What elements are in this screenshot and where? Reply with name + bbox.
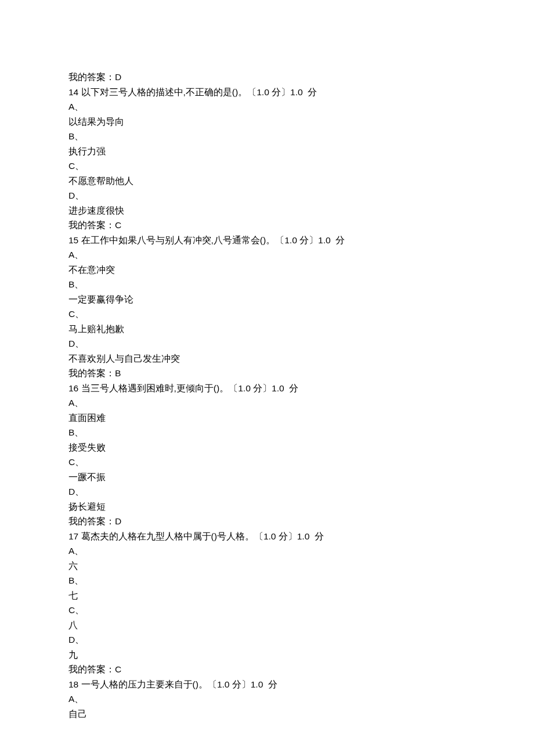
answer-line: 我的答案：C xyxy=(68,662,466,677)
question-line: 17 葛杰夫的人格在九型人格中属于()号人格。〔1.0 分〕1.0 分 xyxy=(68,529,466,544)
answer-line: 我的答案：D xyxy=(68,70,466,85)
question-line: 15 在工作中如果八号与别人有冲突,八号通常会()。〔1.0 分〕1.0 分 xyxy=(68,233,466,248)
option-label: B、 xyxy=(68,573,466,588)
question-text: 当三号人格遇到困难时,更倾向于()。 xyxy=(81,383,229,393)
option-text: 不愿意帮助他人 xyxy=(68,174,466,189)
option-label: B、 xyxy=(68,277,466,292)
answer-label: 我的答案： xyxy=(68,220,115,230)
question-line: 14 以下对三号人格的描述中,不正确的是()。〔1.0 分〕1.0 分 xyxy=(68,85,466,100)
question-number: 14 xyxy=(68,87,78,97)
option-label: A、 xyxy=(68,395,466,411)
option-label: D、 xyxy=(68,484,466,499)
option-label: C、 xyxy=(68,603,466,618)
answer-label: 我的答案： xyxy=(68,664,115,674)
question-text: 在工作中如果八号与别人有冲突,八号通常会()。 xyxy=(81,235,276,245)
option-text: 一蹶不振 xyxy=(68,470,466,485)
answer-line: 我的答案：C xyxy=(68,218,466,233)
question-points: 〔1.0 分〕1.0 分 xyxy=(254,531,324,541)
option-label: A、 xyxy=(68,247,466,262)
answer-label: 我的答案： xyxy=(68,516,115,526)
question-number: 16 xyxy=(68,383,78,393)
option-text: 进步速度很快 xyxy=(68,203,466,218)
answer-value: D xyxy=(115,516,121,526)
answer-line: 我的答案：B xyxy=(68,366,466,381)
option-label: C、 xyxy=(68,307,466,322)
option-text: 一定要赢得争论 xyxy=(68,292,466,307)
option-label: D、 xyxy=(68,632,466,647)
option-label: D、 xyxy=(68,188,466,203)
option-label: D、 xyxy=(68,336,466,351)
option-label: A、 xyxy=(68,99,466,114)
question-text: 葛杰夫的人格在九型人格中属于()号人格。 xyxy=(81,531,254,541)
question-points: 〔1.0 分〕1.0 分 xyxy=(247,87,317,97)
option-label: B、 xyxy=(68,129,466,144)
option-label: C、 xyxy=(68,455,466,470)
option-text: 接受失败 xyxy=(68,440,466,455)
question-text: 以下对三号人格的描述中,不正确的是()。 xyxy=(81,87,248,97)
option-label: C、 xyxy=(68,159,466,174)
question-points: 〔1.0 分〕1.0 分 xyxy=(229,383,298,393)
question-points: 〔1.0 分〕1.0 分 xyxy=(275,235,345,245)
option-text: 执行力强 xyxy=(68,144,466,159)
option-label: A、 xyxy=(68,692,466,707)
question-number: 15 xyxy=(68,235,78,245)
question-line: 16 当三号人格遇到困难时,更倾向于()。〔1.0 分〕1.0 分 xyxy=(68,381,466,396)
option-text: 七 xyxy=(68,588,466,603)
answer-value: C xyxy=(115,220,121,230)
answer-label: 我的答案： xyxy=(68,72,115,82)
option-text: 扬长避短 xyxy=(68,499,466,514)
option-text: 不喜欢别人与自己发生冲突 xyxy=(68,351,466,366)
option-label: B、 xyxy=(68,425,466,440)
option-text: 马上赔礼抱歉 xyxy=(68,322,466,337)
option-text: 九 xyxy=(68,647,466,663)
answer-value: C xyxy=(115,664,121,674)
answer-line: 我的答案：D xyxy=(68,514,466,529)
question-points: 〔1.0 分〕1.0 分 xyxy=(208,679,277,689)
option-text: 以结果为导向 xyxy=(68,114,466,129)
answer-label: 我的答案： xyxy=(68,368,115,378)
document-page: 我的答案：D 14 以下对三号人格的描述中,不正确的是()。〔1.0 分〕1.0… xyxy=(0,0,534,756)
option-text: 自己 xyxy=(68,707,466,722)
answer-value: D xyxy=(115,72,121,82)
question-number: 17 xyxy=(68,531,78,541)
option-text: 不在意冲突 xyxy=(68,262,466,278)
question-text: 一号人格的压力主要来自于()。 xyxy=(81,679,208,689)
option-label: A、 xyxy=(68,543,466,559)
answer-value: B xyxy=(115,368,121,378)
option-text: 六 xyxy=(68,559,466,574)
question-number: 18 xyxy=(68,679,78,689)
option-text: 八 xyxy=(68,618,466,633)
option-text: 直面困难 xyxy=(68,411,466,426)
question-line: 18 一号人格的压力主要来自于()。〔1.0 分〕1.0 分 xyxy=(68,677,466,692)
